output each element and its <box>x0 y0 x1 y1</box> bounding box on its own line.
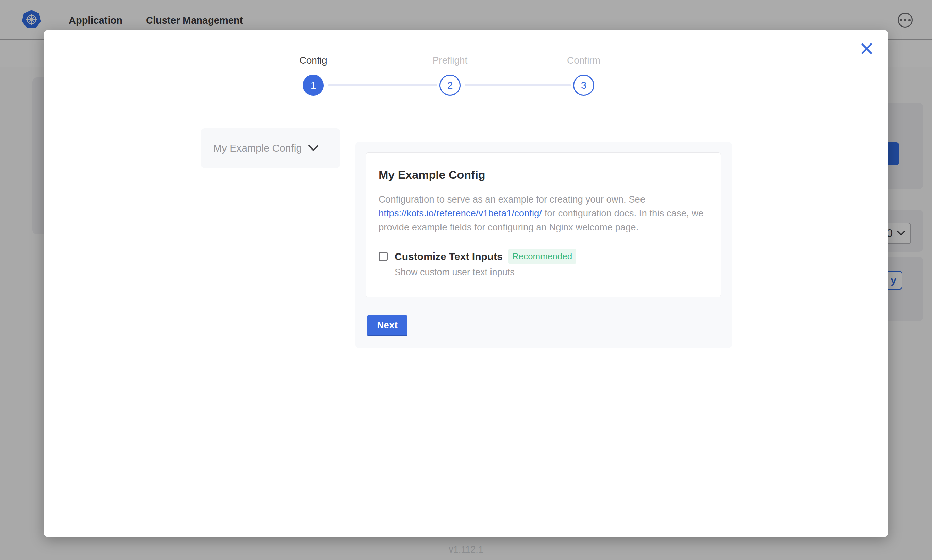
config-group-dropdown[interactable]: My Example Config <box>201 128 341 168</box>
step-label-config: Config <box>300 55 327 66</box>
checkbox-help-text: Show custom user text inputs <box>395 267 707 278</box>
recommended-badge: Recommended <box>508 249 576 264</box>
checkbox-label[interactable]: Customize Text Inputs <box>395 251 503 262</box>
config-group-card: My Example Config Configuration to serve… <box>366 152 721 297</box>
step-label-confirm: Confirm <box>567 55 600 66</box>
config-group-title: My Example Config <box>379 168 707 182</box>
close-icon[interactable] <box>859 42 874 56</box>
step-circle-2[interactable]: 2 <box>440 75 461 96</box>
next-button[interactable]: Next <box>367 315 407 336</box>
config-group-label: My Example Config <box>213 142 302 154</box>
config-panel: My Example Config Configuration to serve… <box>355 142 732 348</box>
config-group-description: Configuration to serve as an example for… <box>379 192 708 234</box>
config-docs-link[interactable]: https://kots.io/reference/v1beta1/config… <box>379 208 542 218</box>
config-wizard-modal: Config Preflight Confirm 1 2 3 My Exampl… <box>43 30 889 537</box>
customize-text-inputs-checkbox[interactable] <box>379 252 388 261</box>
step-circle-1[interactable]: 1 <box>303 75 324 96</box>
step-connector-1 <box>328 84 437 86</box>
step-circle-3[interactable]: 3 <box>573 75 594 96</box>
description-text-before: Configuration to serve as an example for… <box>379 194 645 205</box>
kots-admin-screen: Application Cluster Management 0 y v1.11… <box>0 0 932 560</box>
step-label-preflight: Preflight <box>433 55 468 66</box>
chevron-down-icon <box>308 145 319 152</box>
customize-text-inputs-row: Customize Text Inputs Recommended <box>379 249 707 264</box>
step-connector-2 <box>464 84 571 86</box>
